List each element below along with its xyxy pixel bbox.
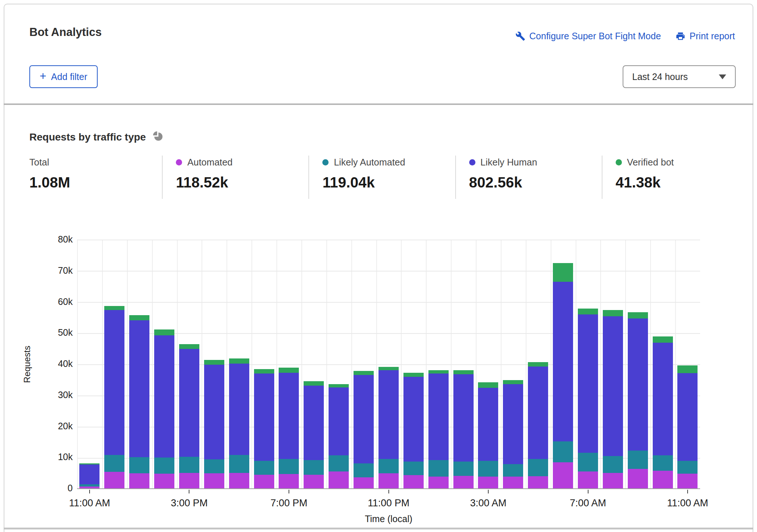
bar-segment-verified-bot[interactable] [553,263,573,282]
bar-segment-automated[interactable] [104,472,124,488]
bar-segment-verified-bot[interactable] [653,336,673,343]
bar-segment-verified-bot[interactable] [603,310,623,317]
bar-segment-automated[interactable] [553,462,573,488]
bar-segment-likely-human[interactable] [79,464,99,484]
bar-segment-automated[interactable] [279,474,299,488]
bar-segment-likely-human[interactable] [304,386,324,460]
bar-segment-likely-human[interactable] [204,365,224,459]
stacked-bar[interactable] [79,463,99,488]
stacked-bar[interactable] [603,310,623,488]
stacked-bar[interactable] [628,312,648,488]
bar-segment-likely-human[interactable] [428,374,449,460]
bar-segment-likely-human[interactable] [503,384,523,464]
bar-segment-likely-human[interactable] [478,388,498,460]
bar-segment-automated[interactable] [528,476,548,488]
bar-segment-automated[interactable] [204,473,224,488]
bar-segment-likely-automated[interactable] [329,455,349,471]
bar-segment-automated[interactable] [329,471,349,488]
bar-segment-automated[interactable] [677,474,698,488]
bar-segment-likely-automated[interactable] [553,441,573,462]
bar-segment-likely-automated[interactable] [279,459,299,474]
bar-segment-automated[interactable] [478,477,498,488]
stacked-bar[interactable] [503,380,523,488]
bar-segment-likely-human[interactable] [104,310,124,455]
bar-segment-automated[interactable] [378,473,399,488]
stacked-bar[interactable] [254,369,274,488]
bar-segment-likely-automated[interactable] [403,462,424,475]
bar-segment-verified-bot[interactable] [304,381,324,385]
bar-segment-likely-automated[interactable] [179,457,199,473]
bar-segment-automated[interactable] [653,471,673,488]
bar-segment-likely-automated[interactable] [528,459,548,476]
stacked-bar[interactable] [154,329,174,488]
bar-segment-automated[interactable] [603,473,623,488]
stacked-bar[interactable] [104,306,124,488]
bar-segment-likely-human[interactable] [129,320,149,458]
bar-segment-likely-human[interactable] [378,370,399,459]
bar-segment-verified-bot[interactable] [354,371,374,375]
bar-segment-automated[interactable] [229,473,249,488]
stacked-bar[interactable] [478,382,498,488]
bar-segment-automated[interactable] [578,471,598,488]
bar-segment-likely-human[interactable] [354,375,374,464]
stacked-bar[interactable] [304,381,324,488]
bar-segment-likely-human[interactable] [179,349,199,457]
bar-segment-likely-automated[interactable] [229,455,249,473]
bar-segment-likely-human[interactable] [229,364,249,455]
bar-segment-likely-automated[interactable] [603,456,623,473]
bar-segment-likely-automated[interactable] [653,455,673,471]
stacked-bar[interactable] [428,370,449,488]
bar-segment-automated[interactable] [304,475,324,488]
bar-segment-verified-bot[interactable] [179,344,199,349]
bar-segment-likely-automated[interactable] [304,460,324,475]
bar-segment-likely-human[interactable] [279,373,299,459]
bar-segment-verified-bot[interactable] [104,306,124,310]
bar-segment-verified-bot[interactable] [254,369,274,374]
bar-segment-likely-automated[interactable] [428,460,449,477]
stacked-bar[interactable] [528,362,548,488]
stacked-bar[interactable] [329,384,349,488]
bar-segment-verified-bot[interactable] [378,367,399,370]
bar-segment-verified-bot[interactable] [628,312,648,318]
bar-segment-likely-automated[interactable] [503,464,523,477]
bar-segment-likely-automated[interactable] [104,455,124,472]
bar-segment-verified-bot[interactable] [428,370,449,374]
bar-segment-verified-bot[interactable] [528,362,548,367]
bar-segment-likely-human[interactable] [578,314,598,453]
stacked-bar[interactable] [403,373,424,488]
bar-segment-likely-automated[interactable] [677,461,698,474]
stacked-bar[interactable] [279,368,299,488]
bar-segment-likely-automated[interactable] [154,458,174,474]
bar-segment-automated[interactable] [428,477,449,488]
bar-segment-automated[interactable] [354,477,374,489]
stacked-bar[interactable] [677,365,698,488]
bar-segment-likely-human[interactable] [453,374,474,462]
bar-segment-automated[interactable] [154,474,174,488]
bar-segment-likely-human[interactable] [653,343,673,456]
bar-segment-likely-human[interactable] [403,377,424,462]
bar-segment-likely-human[interactable] [553,282,573,441]
stacked-bar[interactable] [378,367,399,488]
bar-segment-verified-bot[interactable] [453,370,474,374]
stacked-bar[interactable] [578,309,598,488]
bar-segment-likely-human[interactable] [154,335,174,458]
bar-segment-likely-automated[interactable] [628,451,648,469]
bar-segment-verified-bot[interactable] [578,309,598,314]
bar-segment-likely-automated[interactable] [578,453,598,471]
bar-segment-likely-human[interactable] [603,316,623,456]
bar-segment-verified-bot[interactable] [204,360,224,365]
bar-segment-verified-bot[interactable] [478,382,498,388]
bar-segment-verified-bot[interactable] [279,368,299,373]
stacked-bar[interactable] [179,344,199,488]
bar-segment-likely-automated[interactable] [204,459,224,473]
bar-segment-automated[interactable] [79,487,99,488]
bar-segment-automated[interactable] [254,475,274,488]
bar-segment-automated[interactable] [179,473,199,488]
bar-segment-likely-automated[interactable] [129,457,149,473]
bar-segment-likely-human[interactable] [254,374,274,461]
stacked-bar[interactable] [229,358,249,488]
bar-segment-verified-bot[interactable] [154,329,174,335]
bar-segment-likely-automated[interactable] [478,461,498,477]
bar-segment-verified-bot[interactable] [403,373,424,377]
bar-segment-likely-automated[interactable] [254,461,274,475]
